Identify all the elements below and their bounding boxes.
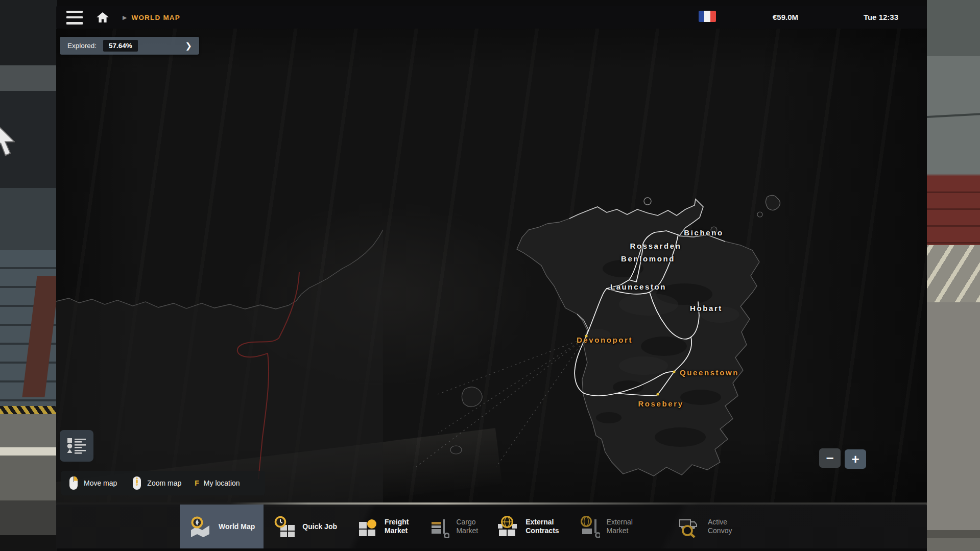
explored-label: Explored: xyxy=(67,42,97,50)
move-map-hint: Move map xyxy=(68,475,117,491)
my-location-label: My location xyxy=(204,479,240,487)
my-location-hint: F My location xyxy=(195,479,240,487)
explored-value: 57.64% xyxy=(103,40,138,52)
location-key: F xyxy=(195,479,199,487)
tab-external-market[interactable]: ExternalMarket xyxy=(568,505,641,548)
islet-south xyxy=(450,446,462,454)
zoom-out-button[interactable]: − xyxy=(819,448,841,468)
top-bar: ▶ WORLD MAP €59.0M Tue 12:33 xyxy=(56,6,927,29)
tab-external-contracts[interactable]: ExternalContracts xyxy=(487,505,567,548)
city-label: Hobart xyxy=(690,304,723,313)
active-convoy-icon xyxy=(676,514,701,539)
zoom-map-hint: Zoom map xyxy=(131,475,181,491)
mouse-left-drag-icon xyxy=(68,475,79,491)
quick-job-icon xyxy=(272,515,296,538)
city-label: Rossarden xyxy=(630,242,682,250)
world-map-icon xyxy=(188,515,212,538)
bottom-nav-bar: World Map Quick Job FreightMarket CargoM… xyxy=(56,505,927,548)
external-contracts-icon xyxy=(495,515,519,538)
freight-market-icon xyxy=(354,515,378,538)
breadcrumb: WORLD MAP xyxy=(131,14,180,21)
wall-beam xyxy=(925,113,980,118)
city-label: Benlomond xyxy=(621,254,675,263)
flinders-islet xyxy=(757,212,762,217)
flinders-island xyxy=(766,195,780,210)
home-button[interactable] xyxy=(95,10,110,25)
move-map-label: Move map xyxy=(84,479,117,487)
zoom-map-label: Zoom map xyxy=(147,479,181,487)
city-label: Bicheno xyxy=(684,228,723,237)
breadcrumb-chevron-icon: ▶ xyxy=(123,14,127,21)
legend-list-icon xyxy=(66,437,87,454)
map-controls-bar: Move map Zoom map F My location xyxy=(61,471,265,495)
city-label-highlight: Rosebery xyxy=(638,399,683,408)
zoom-in-button[interactable]: + xyxy=(845,449,866,469)
tab-active-convoy[interactable]: ActiveConvoy xyxy=(667,505,740,548)
explored-expand-chevron-icon[interactable]: ❯ xyxy=(185,41,192,51)
ferry-routes xyxy=(414,338,585,469)
garage-scene-left xyxy=(0,0,57,551)
tab-quick-job[interactable]: Quick Job xyxy=(264,505,346,548)
explored-badge: Explored: 57.64% ❯ xyxy=(60,37,199,55)
floor-stripes xyxy=(927,245,980,302)
home-icon xyxy=(96,11,109,23)
mainland-fill xyxy=(56,230,383,502)
mouse-wheel-icon xyxy=(131,475,142,491)
world-map-panel[interactable]: Bicheno Rossarden Benlomond Launceston H… xyxy=(56,29,927,502)
cargo-market-icon xyxy=(426,515,449,538)
profile-flag-france xyxy=(699,11,716,22)
red-wall-seams xyxy=(927,176,980,245)
map-canvas xyxy=(56,29,927,502)
city-label-highlight: Devonoport xyxy=(577,336,633,344)
tab-cargo-market[interactable]: CargoMarket xyxy=(417,505,487,548)
external-market-icon xyxy=(577,515,600,538)
king-island xyxy=(462,387,482,407)
tab-world-map[interactable]: World Map xyxy=(180,505,264,548)
tab-freight-market[interactable]: FreightMarket xyxy=(346,505,417,548)
islet-north xyxy=(644,198,651,205)
map-legend-button[interactable] xyxy=(60,430,93,462)
garage-scene-right xyxy=(927,0,980,551)
nav-spacer xyxy=(56,505,180,548)
city-label: Launceston xyxy=(610,282,666,291)
city-label-highlight: Queenstown xyxy=(680,368,739,377)
menu-icon[interactable] xyxy=(66,11,83,25)
money-balance: €59.0M xyxy=(773,13,798,21)
game-time: Tue 12:33 xyxy=(864,13,898,21)
mouse-cursor xyxy=(0,118,15,159)
hazard-stripe xyxy=(0,406,57,414)
